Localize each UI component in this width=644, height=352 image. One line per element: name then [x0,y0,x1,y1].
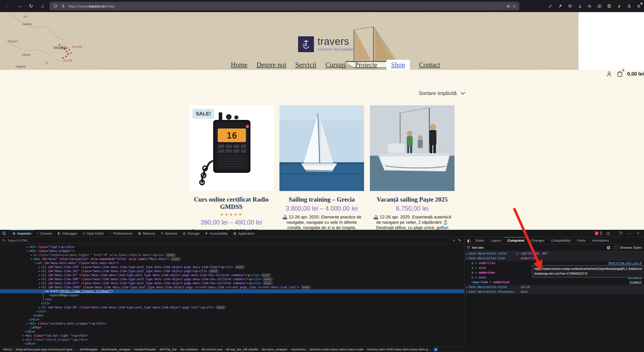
tab-storage[interactable]: ▤Storage [180,230,202,237]
computed-matched-selector[interactable]: a > underlinebootstrap.min.css:6 [465,261,644,266]
wrench-icon[interactable] [557,3,563,9]
tab-inspector[interactable]: ▣Inspector [10,230,34,237]
product-image-crew-boat[interactable] [370,105,455,191]
error-count[interactable]: ! 1 [595,231,602,236]
markup-line[interactable]: ▶<a class="responsive-menu-toggle " href… [0,253,464,257]
cart-bag-icon[interactable]: 0 [616,70,624,78]
tab-changes[interactable]: Changes [528,237,548,244]
ellipsis-badge[interactable]: … [74,335,77,337]
event-badge[interactable]: event [263,281,273,285]
ellipsis-badge[interactable]: … [195,270,198,273]
tab-console[interactable]: ⟩Console [34,230,55,237]
library-icon[interactable] [587,3,592,9]
eyedropper-icon[interactable]: ✎ [457,238,462,243]
tab-accessibility[interactable]: ✚Accessibility [202,230,231,237]
markup-line[interactable]: ▶<li id="menu-item-348" class="menu-item… [0,277,464,281]
markup-line[interactable]: ▶<div class="logo">…</div> [0,245,464,249]
search-html-input[interactable] [7,238,451,243]
clear-filter-icon[interactable] [606,246,610,250]
sort-dropdown[interactable]: Sortare implicită [419,90,465,96]
tab-application[interactable]: ▩Application [231,230,257,237]
event-badge[interactable]: event [216,306,226,309]
pick-element-icon[interactable] [0,230,9,237]
sidebar-icon[interactable] [597,3,602,9]
tab-computed[interactable]: Computed [504,237,528,244]
markup-line[interactable]: </nav> [0,313,464,317]
markup-line[interactable]: ▶<li id="menu-item-210" class="menu-item… [0,265,464,269]
twisty-collapsed-icon[interactable]: ▶ [26,322,29,326]
account-person-icon[interactable] [606,71,613,77]
twisty-collapsed-icon[interactable]: ▶ [30,253,33,257]
source-link[interactable]: element [630,280,642,285]
pen-tool-icon[interactable] [548,3,553,9]
computed-property-row[interactable]: ▶text-decoration-thicknessauto [465,290,644,294]
product-image-sailboat[interactable] [279,105,364,191]
sidebar-toggle-icon[interactable]: ◧ [466,238,472,243]
tab-performance[interactable]: ◔Performance [107,230,136,237]
nav-item-despre-noi[interactable]: Despre noi [256,61,286,69]
tab-layout[interactable]: Layout [488,237,504,244]
add-node-icon[interactable]: + [451,238,457,243]
responsive-mode-icon[interactable]: ❐ [618,231,623,236]
markup-line[interactable]: ▼<li id="menu-item-1040" class="menu-ite… [0,285,464,289]
translate-icon[interactable]: Aᵃ [506,4,510,8]
markup-line[interactable]: ▶<li id="menu-item-27" class="menu-item … [0,273,464,277]
browser-styles-checkbox[interactable] [615,246,618,249]
tab-rules[interactable]: Rules [472,237,488,244]
close-devtools-icon[interactable]: × [635,231,641,236]
twisty-expanded-icon[interactable]: ▼ [42,290,45,294]
tab-memory[interactable]: ▦Memory [135,230,158,237]
computed-property-row[interactable]: ▼text-decoration-lineunderline [465,256,644,261]
markup-line[interactable]: <span>Shop</span> [0,293,464,297]
nav-item-contact[interactable]: Contact [419,61,440,69]
event-badge[interactable]: event [301,285,311,289]
breadcrumb-item[interactable]: body.archive.post-type-archive.post-type… [15,347,77,351]
product-title[interactable]: Vacanță sailing Paște 2025 [370,196,455,203]
home-icon[interactable]: ⌂ [38,2,47,10]
split-console-icon[interactable]: ◫ [605,231,611,236]
breadcrumb-item[interactable]: div#Wrapper [79,347,99,351]
product-title[interactable]: Sailing training – Grecia [279,196,364,203]
markup-line[interactable]: ▼<div class="menu_wrapper"> [0,249,464,253]
reload-icon[interactable]: ↻ [27,2,35,10]
computed-filter-input[interactable]: text-dec [472,246,604,249]
twisty-collapsed-icon[interactable]: ▶ [465,285,469,290]
back-icon[interactable]: ← [4,2,12,10]
url-text[interactable]: https://www.travers.ro/shop/ [68,4,115,8]
markup-line[interactable]: </li> [0,301,464,305]
markup-line[interactable]: ▶<li id="menu-item-26" class="menu-item … [0,305,464,309]
breadcrumb-item[interactable]: div.container [179,347,199,351]
tab-style-editor[interactable]: {}Style Editor [80,230,107,237]
ellipsis-badge[interactable]: … [74,339,77,341]
ellipsis-badge[interactable]: … [154,254,157,257]
breadcrumb-item[interactable]: ul#menu-main-menu.menu.menu-main [308,347,365,351]
nav-item-shop[interactable]: Shop [386,60,410,70]
puzzle-extensions-icon[interactable] [626,3,632,9]
nav-item-servicii[interactable]: Servicii [295,61,316,69]
breadcrumb-item[interactable]: a [434,347,438,351]
event-badge[interactable]: event [209,269,219,273]
ellipsis-badge[interactable]: … [202,306,205,309]
twisty-collapsed-icon[interactable]: ▶ [38,281,41,285]
markup-line[interactable]: ▶<div class="top_bar_right ">…</div> [0,334,464,338]
twisty-collapsed-icon[interactable]: ▶ [465,251,469,256]
tab-animations[interactable]: Animations [589,237,612,244]
tab-debugger[interactable]: ◧Debugger [55,230,80,237]
shield-icon[interactable] [53,3,58,9]
twisty-collapsed-icon[interactable]: ▶ [38,269,41,273]
twisty-collapsed-icon[interactable]: ▶ [22,334,25,338]
breadcrumb[interactable]: html.js›body.archive.post-type-archive.p… [0,346,465,352]
markup-view[interactable]: ▶<div class="logo">…</div>▼<div class="m… [0,244,464,346]
event-badge[interactable]: event [171,257,181,261]
markup-line[interactable]: ▶<li id="menu-item-417" class="menu-item… [0,281,464,285]
markup-line[interactable]: </div> [0,342,464,346]
event-badge[interactable]: event [261,273,271,277]
event-badge[interactable]: event [235,265,245,269]
twisty-collapsed-icon[interactable]: ▶ [38,273,41,277]
twisty-expanded-icon[interactable]: ▼ [30,257,33,261]
browser-styles-toggle[interactable]: Browser Styles [615,246,642,249]
nav-item-cursuri[interactable]: Cursuri [326,61,346,69]
extension-fox-icon[interactable] [616,3,622,9]
ellipsis-badge[interactable]: … [249,278,252,281]
breadcrumb-item[interactable]: html.js [2,347,13,351]
